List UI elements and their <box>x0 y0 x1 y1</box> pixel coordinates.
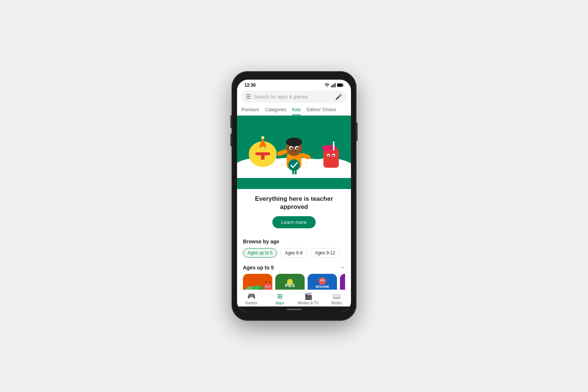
bottom-nav-books[interactable]: 📖 Books <box>323 292 351 305</box>
age-chip-5[interactable]: Ages up to 5 <box>243 248 277 258</box>
app-section-header: Ages up to 5 → <box>243 264 345 271</box>
hero-banner: ✦ ✦ <box>237 116 351 189</box>
bottom-nav: 🎮 Games ⊞ Apps 🎬 Movies & TV 📖 Books <box>237 290 351 306</box>
svg-rect-7 <box>343 84 344 86</box>
ages-up-to-5-section: Ages up to 5 → <box>237 261 351 290</box>
tab-categories[interactable]: Categories <box>265 105 286 115</box>
bottom-nav-movies[interactable]: 🎬 Movies & TV <box>294 292 323 305</box>
app-card-partial[interactable] <box>340 274 345 290</box>
apps-label: Apps <box>276 301 284 305</box>
status-time: 12:30 <box>244 83 256 88</box>
app-icon-caterpillar <box>243 274 272 290</box>
home-indicator <box>237 306 351 312</box>
signal-icon <box>331 83 336 87</box>
search-bar[interactable]: ☰ Search for apps & games 🎤 <box>241 91 347 103</box>
age-chip-6-8[interactable]: Ages 6-8 <box>280 248 307 258</box>
svg-point-56 <box>266 286 267 287</box>
svg-text:✦: ✦ <box>280 163 283 167</box>
browse-section: Browse by age Ages up to 5 Ages 6-8 Ages… <box>237 233 351 261</box>
battery-icon <box>337 83 344 87</box>
app-card-caterpillar[interactable] <box>243 274 272 290</box>
home-bar <box>287 309 301 310</box>
apps-icon: ⊞ <box>277 292 283 300</box>
svg-rect-21 <box>261 155 265 160</box>
main-content: ✦ ✦ Everything here is teacher approved … <box>237 116 351 290</box>
svg-rect-22 <box>323 149 339 168</box>
app-row: PBS KIDS SESAME STREET <box>243 274 345 290</box>
svg-rect-2 <box>332 85 333 87</box>
movies-label: Movies & TV <box>298 301 319 305</box>
tab-editors-choice[interactable]: Editors' Choice <box>306 105 336 115</box>
svg-rect-74 <box>340 274 345 290</box>
games-label: Games <box>245 301 257 305</box>
app-section-title: Ages up to 5 <box>243 265 274 271</box>
movies-icon: 🎬 <box>304 292 312 300</box>
browse-title: Browse by age <box>243 239 345 244</box>
svg-point-72 <box>321 280 322 281</box>
svg-point-37 <box>290 147 293 149</box>
svg-rect-4 <box>335 83 336 87</box>
svg-point-34 <box>289 138 299 144</box>
svg-text:SESAME: SESAME <box>315 285 329 288</box>
svg-point-17 <box>265 147 266 148</box>
app-card-sesame[interactable]: SESAME STREET <box>308 274 337 290</box>
app-card-pbs[interactable]: PBS KIDS <box>275 274 305 290</box>
svg-rect-6 <box>337 84 342 87</box>
svg-point-57 <box>269 286 270 287</box>
svg-text:✦: ✦ <box>305 161 308 165</box>
learn-more-button[interactable]: Learn more <box>272 216 315 228</box>
svg-rect-30 <box>333 141 334 150</box>
svg-rect-1 <box>331 86 332 87</box>
svg-point-25 <box>328 155 329 156</box>
svg-point-28 <box>322 145 330 150</box>
menu-icon[interactable]: ☰ <box>246 93 251 100</box>
hero-svg: ✦ ✦ <box>237 116 351 178</box>
tab-premium[interactable]: Premium <box>241 105 259 115</box>
bottom-nav-apps[interactable]: ⊞ Apps <box>266 292 294 305</box>
phone-screen: 12:30 <box>237 80 351 312</box>
svg-point-29 <box>330 146 333 149</box>
search-placeholder[interactable]: Search for apps & games <box>254 94 332 99</box>
svg-point-61 <box>270 279 272 281</box>
app-icon-pbs: PBS KIDS <box>275 274 305 290</box>
status-bar: 12:30 <box>237 80 351 89</box>
mic-icon[interactable]: 🎤 <box>335 94 342 100</box>
svg-point-59 <box>264 279 266 281</box>
status-icons <box>325 83 344 87</box>
app-icon-sesame: SESAME STREET <box>308 274 337 290</box>
books-icon: 📖 <box>333 292 341 300</box>
svg-point-65 <box>287 279 293 285</box>
svg-rect-3 <box>334 84 334 87</box>
tab-kids[interactable]: Kids <box>292 105 301 115</box>
svg-point-0 <box>327 86 327 87</box>
ages-section-arrow[interactable]: → <box>339 264 345 271</box>
hero-text-section: Everything here is teacher approved Lear… <box>237 189 351 233</box>
hero-illustration: ✦ ✦ <box>237 116 351 178</box>
search-bar-container: ☰ Search for apps & games 🎤 <box>237 89 351 105</box>
phone-device: 12:30 <box>232 71 356 321</box>
bottom-nav-games[interactable]: 🎮 Games <box>237 292 266 305</box>
svg-point-69 <box>319 277 326 285</box>
svg-point-73 <box>323 280 324 281</box>
wifi-icon <box>325 83 330 87</box>
age-chip-9-12[interactable]: Ages 9-12 <box>310 248 340 258</box>
games-icon: 🎮 <box>247 292 255 300</box>
svg-point-19 <box>261 136 264 139</box>
svg-point-16 <box>260 147 261 148</box>
age-chips: Ages up to 5 Ages 6-8 Ages 9-12 <box>243 248 345 258</box>
hero-title: Everything here is teacher approved <box>244 195 344 211</box>
nav-tabs: Premium Categories Kids Editors' Choice <box>237 105 351 116</box>
app-icon-partial <box>340 274 345 290</box>
svg-point-38 <box>296 147 298 149</box>
books-label: Books <box>331 301 342 305</box>
svg-point-26 <box>333 155 334 156</box>
